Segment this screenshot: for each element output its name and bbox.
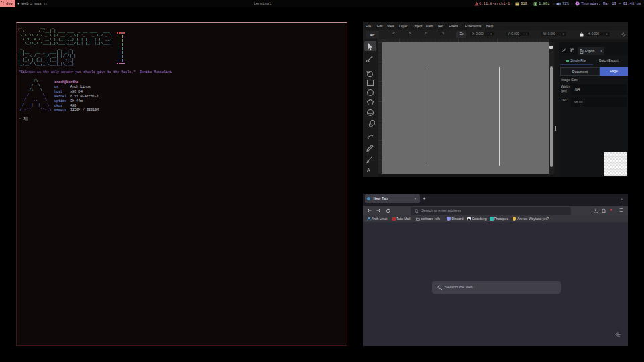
svg-text:A: A [367, 168, 370, 172]
